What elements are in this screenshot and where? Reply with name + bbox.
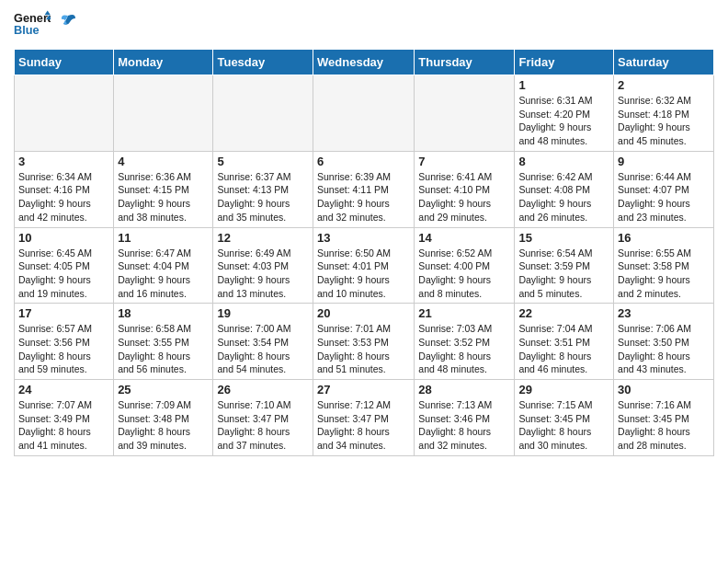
day-info: Sunrise: 7:03 AM Sunset: 3:52 PM Dayligh… — [418, 322, 510, 376]
calendar-day-header: Friday — [515, 50, 614, 75]
calendar-day-header: Thursday — [415, 50, 515, 75]
calendar-day-header: Sunday — [15, 50, 114, 75]
day-number: 1 — [518, 78, 609, 92]
day-number: 6 — [317, 155, 410, 168]
day-info: Sunrise: 7:10 AM Sunset: 3:47 PM Dayligh… — [217, 398, 309, 453]
day-number: 24 — [18, 383, 109, 396]
day-number: 22 — [518, 306, 609, 320]
calendar-week-row: 24Sunrise: 7:07 AM Sunset: 3:49 PM Dayli… — [15, 380, 714, 456]
day-number: 29 — [518, 383, 609, 396]
calendar-cell: 28Sunrise: 7:13 AM Sunset: 3:46 PM Dayli… — [415, 380, 515, 456]
calendar-cell: 15Sunrise: 6:54 AM Sunset: 3:59 PM Dayli… — [515, 227, 614, 304]
day-number: 9 — [618, 155, 710, 168]
day-number: 7 — [418, 155, 510, 168]
day-info: Sunrise: 6:37 AM Sunset: 4:13 PM Dayligh… — [217, 170, 309, 224]
calendar-cell: 22Sunrise: 7:04 AM Sunset: 3:51 PM Dayli… — [515, 304, 614, 380]
day-info: Sunrise: 6:57 AM Sunset: 3:56 PM Dayligh… — [18, 322, 109, 376]
day-number: 2 — [618, 78, 710, 92]
day-number: 14 — [418, 231, 510, 245]
calendar-cell: 8Sunrise: 6:42 AM Sunset: 4:08 PM Daylig… — [515, 151, 614, 227]
calendar-cell — [15, 75, 114, 152]
calendar-cell: 23Sunrise: 7:06 AM Sunset: 3:50 PM Dayli… — [614, 304, 714, 380]
calendar-day-header: Saturday — [614, 50, 714, 75]
day-info: Sunrise: 7:15 AM Sunset: 3:45 PM Dayligh… — [518, 398, 609, 453]
calendar-week-row: 3Sunrise: 6:34 AM Sunset: 4:16 PM Daylig… — [15, 151, 714, 227]
day-info: Sunrise: 6:31 AM Sunset: 4:20 PM Dayligh… — [518, 94, 609, 148]
calendar-cell — [415, 75, 515, 152]
logo-bird-icon — [59, 11, 77, 39]
day-info: Sunrise: 6:39 AM Sunset: 4:11 PM Dayligh… — [317, 170, 410, 224]
day-info: Sunrise: 7:00 AM Sunset: 3:54 PM Dayligh… — [217, 322, 309, 376]
calendar-cell: 13Sunrise: 6:50 AM Sunset: 4:01 PM Dayli… — [313, 227, 415, 304]
calendar-table: SundayMondayTuesdayWednesdayThursdayFrid… — [14, 49, 714, 456]
day-number: 12 — [217, 231, 309, 245]
calendar-cell: 9Sunrise: 6:44 AM Sunset: 4:07 PM Daylig… — [614, 151, 714, 227]
calendar-cell: 3Sunrise: 6:34 AM Sunset: 4:16 PM Daylig… — [15, 151, 114, 227]
calendar-cell: 5Sunrise: 6:37 AM Sunset: 4:13 PM Daylig… — [213, 151, 313, 227]
day-info: Sunrise: 6:42 AM Sunset: 4:08 PM Dayligh… — [518, 170, 609, 224]
calendar-cell: 6Sunrise: 6:39 AM Sunset: 4:11 PM Daylig… — [313, 151, 415, 227]
calendar-cell: 16Sunrise: 6:55 AM Sunset: 3:58 PM Dayli… — [614, 227, 714, 304]
day-number: 15 — [518, 231, 609, 245]
day-number: 27 — [317, 383, 410, 396]
day-info: Sunrise: 6:55 AM Sunset: 3:58 PM Dayligh… — [618, 247, 710, 301]
day-info: Sunrise: 6:41 AM Sunset: 4:10 PM Dayligh… — [418, 170, 510, 224]
day-info: Sunrise: 6:36 AM Sunset: 4:15 PM Dayligh… — [118, 170, 209, 224]
calendar-cell: 29Sunrise: 7:15 AM Sunset: 3:45 PM Dayli… — [515, 380, 614, 456]
day-number: 23 — [618, 306, 710, 320]
calendar-cell: 26Sunrise: 7:10 AM Sunset: 3:47 PM Dayli… — [213, 380, 313, 456]
calendar-cell: 12Sunrise: 6:49 AM Sunset: 4:03 PM Dayli… — [213, 227, 313, 304]
day-info: Sunrise: 7:06 AM Sunset: 3:50 PM Dayligh… — [618, 322, 710, 376]
day-number: 13 — [317, 231, 410, 245]
calendar-week-row: 17Sunrise: 6:57 AM Sunset: 3:56 PM Dayli… — [15, 304, 714, 380]
calendar-day-header: Wednesday — [313, 50, 415, 75]
day-number: 30 — [618, 383, 710, 396]
calendar-cell: 19Sunrise: 7:00 AM Sunset: 3:54 PM Dayli… — [213, 304, 313, 380]
day-number: 19 — [217, 306, 309, 320]
logo: General Blue — [14, 9, 77, 41]
calendar-day-header: Tuesday — [213, 50, 313, 75]
day-info: Sunrise: 7:07 AM Sunset: 3:49 PM Dayligh… — [18, 398, 109, 453]
calendar-cell — [313, 75, 415, 152]
day-info: Sunrise: 6:49 AM Sunset: 4:03 PM Dayligh… — [217, 247, 309, 301]
day-info: Sunrise: 7:12 AM Sunset: 3:47 PM Dayligh… — [317, 398, 410, 453]
svg-text:Blue: Blue — [14, 23, 40, 37]
day-info: Sunrise: 7:16 AM Sunset: 3:45 PM Dayligh… — [618, 398, 710, 453]
day-number: 26 — [217, 383, 309, 396]
day-number: 17 — [18, 306, 109, 320]
calendar-cell: 17Sunrise: 6:57 AM Sunset: 3:56 PM Dayli… — [15, 304, 114, 380]
day-info: Sunrise: 7:04 AM Sunset: 3:51 PM Dayligh… — [518, 322, 609, 376]
calendar-week-row: 1Sunrise: 6:31 AM Sunset: 4:20 PM Daylig… — [15, 75, 714, 152]
calendar-cell: 21Sunrise: 7:03 AM Sunset: 3:52 PM Dayli… — [415, 304, 515, 380]
day-number: 28 — [418, 383, 510, 396]
day-info: Sunrise: 7:09 AM Sunset: 3:48 PM Dayligh… — [118, 398, 209, 453]
day-info: Sunrise: 7:13 AM Sunset: 3:46 PM Dayligh… — [418, 398, 510, 453]
calendar-header-row: SundayMondayTuesdayWednesdayThursdayFrid… — [15, 50, 714, 75]
day-info: Sunrise: 6:58 AM Sunset: 3:55 PM Dayligh… — [118, 322, 209, 376]
calendar-cell: 1Sunrise: 6:31 AM Sunset: 4:20 PM Daylig… — [515, 75, 614, 152]
day-number: 4 — [118, 155, 209, 168]
day-number: 16 — [618, 231, 710, 245]
day-info: Sunrise: 6:45 AM Sunset: 4:05 PM Dayligh… — [18, 247, 109, 301]
calendar-cell: 20Sunrise: 7:01 AM Sunset: 3:53 PM Dayli… — [313, 304, 415, 380]
calendar-week-row: 10Sunrise: 6:45 AM Sunset: 4:05 PM Dayli… — [15, 227, 714, 304]
day-number: 10 — [18, 231, 109, 245]
calendar-cell: 14Sunrise: 6:52 AM Sunset: 4:00 PM Dayli… — [415, 227, 515, 304]
calendar-cell: 4Sunrise: 6:36 AM Sunset: 4:15 PM Daylig… — [114, 151, 213, 227]
day-number: 18 — [118, 306, 209, 320]
calendar-cell: 30Sunrise: 7:16 AM Sunset: 3:45 PM Dayli… — [614, 380, 714, 456]
day-number: 8 — [518, 155, 609, 168]
page-header: General Blue — [14, 9, 714, 41]
day-info: Sunrise: 6:44 AM Sunset: 4:07 PM Dayligh… — [618, 170, 710, 224]
day-info: Sunrise: 6:52 AM Sunset: 4:00 PM Dayligh… — [418, 247, 510, 301]
calendar-day-header: Monday — [114, 50, 213, 75]
calendar-cell: 2Sunrise: 6:32 AM Sunset: 4:18 PM Daylig… — [614, 75, 714, 152]
calendar-cell: 11Sunrise: 6:47 AM Sunset: 4:04 PM Dayli… — [114, 227, 213, 304]
day-number: 3 — [18, 155, 109, 168]
day-info: Sunrise: 7:01 AM Sunset: 3:53 PM Dayligh… — [317, 322, 410, 376]
day-number: 11 — [118, 231, 209, 245]
calendar-cell: 7Sunrise: 6:41 AM Sunset: 4:10 PM Daylig… — [415, 151, 515, 227]
day-info: Sunrise: 6:54 AM Sunset: 3:59 PM Dayligh… — [518, 247, 609, 301]
day-number: 5 — [217, 155, 309, 168]
day-number: 25 — [118, 383, 209, 396]
